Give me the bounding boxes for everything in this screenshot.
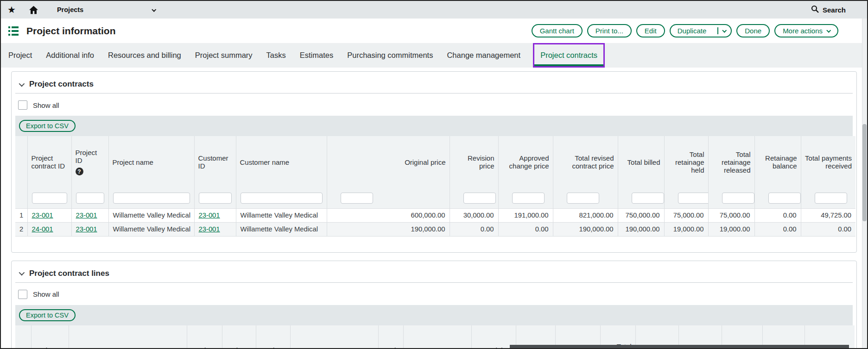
approved-change-price-cell: 0.00 bbox=[498, 222, 553, 236]
filter-input-retainage-balance[interactable] bbox=[768, 193, 801, 204]
tab-estimates[interactable]: Estimates bbox=[293, 43, 340, 68]
project-contracts-section-header[interactable]: Project contracts bbox=[15, 75, 853, 93]
revision-price-cell: 0.00 bbox=[450, 222, 498, 236]
project-id-link[interactable]: 23-001 bbox=[76, 225, 97, 233]
vertical-scrollbar-thumb[interactable] bbox=[862, 124, 867, 221]
column-header-total-retainage-held: Total retainage held bbox=[664, 136, 708, 188]
row-number-header bbox=[15, 325, 31, 349]
filter-input-project-name[interactable] bbox=[113, 193, 190, 204]
tab-project-summary[interactable]: Project summary bbox=[188, 43, 260, 68]
help-icon[interactable] bbox=[76, 168, 83, 175]
column-header-total-billed: Total billed bbox=[618, 136, 664, 188]
contracts-grid: Export to CSV Project contract ID bbox=[15, 116, 853, 237]
project-contract-id-link[interactable]: 23-001 bbox=[32, 212, 53, 219]
grid-toolbar: Export to CSV bbox=[15, 116, 853, 136]
filter-input-total-billed[interactable] bbox=[632, 193, 664, 204]
gantt-chart-button[interactable]: Gantt chart bbox=[532, 24, 583, 37]
section-title: Project contracts bbox=[29, 80, 94, 89]
customer-id-link[interactable]: 23-001 bbox=[199, 225, 220, 233]
column-header-customer-id: Customer ID bbox=[194, 136, 236, 188]
chevron-down-icon bbox=[152, 7, 156, 12]
chevron-down-icon bbox=[722, 28, 727, 33]
column-header-original-price: Original price bbox=[327, 136, 450, 188]
tab-change-management[interactable]: Change management bbox=[440, 43, 527, 68]
header-actions: Gantt chart Print to... Edit Duplicate D… bbox=[532, 24, 838, 37]
more-actions-label: More actions bbox=[783, 27, 823, 35]
horizontal-scrollbar-thumb[interactable] bbox=[510, 345, 849, 348]
filter-input-customer-name[interactable] bbox=[241, 193, 323, 204]
export-to-csv-button[interactable]: Export to CSV bbox=[19, 309, 76, 321]
export-to-csv-button[interactable]: Export to CSV bbox=[19, 120, 76, 132]
show-all-label: Show all bbox=[33, 290, 59, 298]
more-actions-button[interactable]: More actions bbox=[774, 24, 838, 37]
filter-input-approved-change-price[interactable] bbox=[512, 193, 545, 204]
row-number: 2 bbox=[15, 222, 27, 236]
retainage-balance-cell: 0.00 bbox=[754, 222, 801, 236]
customer-id-link[interactable]: 23-001 bbox=[199, 212, 220, 219]
total-payments-received-cell: 49,725.00 bbox=[801, 208, 855, 222]
tab-project-contracts[interactable]: Project contracts bbox=[534, 44, 603, 66]
edit-button[interactable]: Edit bbox=[636, 24, 665, 37]
column-header-total-payments-received: Total payments received bbox=[801, 136, 855, 188]
project-name-cell: Willamette Valley Medical bbox=[108, 222, 194, 236]
filter-input-total-payments-received[interactable] bbox=[815, 193, 847, 204]
row-number: 1 bbox=[15, 208, 27, 222]
original-price-cell: 190,000.00 bbox=[327, 222, 450, 236]
tab-project[interactable]: Project bbox=[1, 43, 39, 68]
show-all-checkbox[interactable] bbox=[18, 290, 27, 299]
done-button[interactable]: Done bbox=[736, 24, 770, 37]
column-header-project-name: Project name bbox=[108, 136, 194, 188]
total-retainage-released-cell: 75,000.00 bbox=[708, 208, 754, 222]
filter-input-revision-price[interactable] bbox=[463, 193, 496, 204]
table-row: 1 23-001 23-001 Willamette Valley Medica… bbox=[15, 208, 855, 222]
search-button[interactable]: Search bbox=[811, 5, 846, 14]
total-payments-received-cell: 0.00 bbox=[801, 222, 855, 236]
print-to-button[interactable]: Print to... bbox=[587, 24, 632, 37]
project-contract-lines-section-header[interactable]: Project contract lines bbox=[15, 264, 853, 283]
app-window: ★ Projects Search Project information Ga… bbox=[0, 0, 868, 349]
collapse-chevron-icon bbox=[19, 270, 25, 276]
project-contract-id-link[interactable]: 24-001 bbox=[32, 225, 53, 233]
column-header-total-revised-contract-price: Total revised contract price bbox=[553, 136, 618, 188]
contracts-table: Project contract ID Project ID Project n… bbox=[15, 136, 855, 237]
filter-input-customer-id[interactable] bbox=[199, 193, 232, 204]
duplicate-menu-button[interactable] bbox=[717, 27, 731, 34]
top-navigation-bar: ★ Projects Search bbox=[1, 1, 867, 19]
section-title: Project contract lines bbox=[29, 269, 109, 278]
application-dropdown[interactable]: Projects bbox=[57, 6, 155, 13]
annotation-highlight-box: Project contracts bbox=[533, 43, 605, 68]
customer-name-cell: Willamette Valley Medical bbox=[236, 208, 327, 222]
project-id-link[interactable]: 23-001 bbox=[76, 212, 97, 219]
tab-additional-info[interactable]: Additional info bbox=[39, 43, 101, 68]
tab-tasks[interactable]: Tasks bbox=[260, 43, 293, 68]
filter-input-project-contract-id[interactable] bbox=[32, 193, 67, 204]
approved-change-price-cell: 191,000.00 bbox=[498, 208, 553, 222]
original-price-cell: 600,000.00 bbox=[327, 208, 450, 222]
filter-input-project-id[interactable] bbox=[76, 193, 104, 204]
revision-price-cell: 30,000.00 bbox=[450, 208, 498, 222]
filter-input-total-retainage-released[interactable] bbox=[722, 193, 754, 204]
column-header-project-contract-id: Project contract ID bbox=[27, 136, 71, 188]
show-all-control: Show all bbox=[18, 290, 850, 299]
total-retainage-held-cell: 75,000.00 bbox=[664, 208, 708, 222]
duplicate-button[interactable]: Duplicate bbox=[671, 25, 714, 37]
home-icon[interactable] bbox=[29, 6, 38, 14]
favorites-star-icon[interactable]: ★ bbox=[7, 5, 16, 14]
table-row: 2 24-001 23-001 Willamette Valley Medica… bbox=[15, 222, 855, 236]
filter-input-original-price[interactable] bbox=[341, 193, 373, 204]
column-header-total-retainage-released: Total retainage released bbox=[708, 136, 754, 188]
chevron-down-icon bbox=[826, 28, 831, 33]
tab-resources-and-billing[interactable]: Resources and billing bbox=[101, 43, 188, 68]
row-number-header bbox=[15, 136, 27, 188]
project-contracts-section: Project contracts Show all Export to CSV bbox=[11, 71, 857, 253]
filter-input-total-retainage-held[interactable] bbox=[678, 193, 709, 204]
total-retainage-released-cell: 19,000.00 bbox=[708, 222, 754, 236]
show-all-checkbox[interactable] bbox=[18, 100, 27, 110]
contract-lines-grid: Export to CSV Project bbox=[15, 305, 853, 349]
tab-purchasing-commitments[interactable]: Purchasing commitments bbox=[340, 43, 440, 68]
column-header-project-2: Project bbox=[256, 325, 290, 349]
total-revised-contract-price-cell: 190,000.00 bbox=[553, 222, 618, 236]
filter-input-total-revised-contract-price[interactable] bbox=[567, 193, 599, 204]
column-header-blank bbox=[403, 325, 471, 349]
record-list-icon[interactable] bbox=[8, 26, 19, 36]
